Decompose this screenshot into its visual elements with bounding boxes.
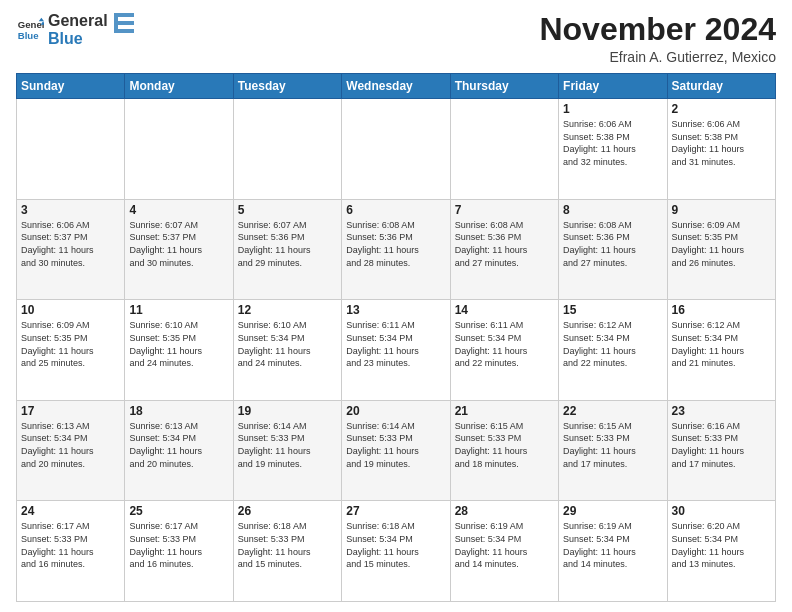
- calendar-cell: 7Sunrise: 6:08 AM Sunset: 5:36 PM Daylig…: [450, 199, 558, 300]
- calendar-cell: 6Sunrise: 6:08 AM Sunset: 5:36 PM Daylig…: [342, 199, 450, 300]
- calendar-cell: 11Sunrise: 6:10 AM Sunset: 5:35 PM Dayli…: [125, 300, 233, 401]
- col-monday: Monday: [125, 74, 233, 99]
- day-info: Sunrise: 6:09 AM Sunset: 5:35 PM Dayligh…: [21, 319, 120, 369]
- day-number: 25: [129, 504, 228, 518]
- subtitle: Efrain A. Gutierrez, Mexico: [539, 49, 776, 65]
- logo: General Blue General Blue: [16, 12, 134, 47]
- day-number: 29: [563, 504, 662, 518]
- day-info: Sunrise: 6:11 AM Sunset: 5:34 PM Dayligh…: [455, 319, 554, 369]
- day-number: 23: [672, 404, 771, 418]
- calendar-cell: 5Sunrise: 6:07 AM Sunset: 5:36 PM Daylig…: [233, 199, 341, 300]
- calendar-cell: 2Sunrise: 6:06 AM Sunset: 5:38 PM Daylig…: [667, 99, 775, 200]
- calendar-cell: 9Sunrise: 6:09 AM Sunset: 5:35 PM Daylig…: [667, 199, 775, 300]
- day-number: 15: [563, 303, 662, 317]
- logo-general: General: [48, 12, 108, 30]
- day-number: 8: [563, 203, 662, 217]
- calendar-cell: [233, 99, 341, 200]
- day-info: Sunrise: 6:20 AM Sunset: 5:34 PM Dayligh…: [672, 520, 771, 570]
- day-info: Sunrise: 6:16 AM Sunset: 5:33 PM Dayligh…: [672, 420, 771, 470]
- col-saturday: Saturday: [667, 74, 775, 99]
- day-number: 11: [129, 303, 228, 317]
- day-info: Sunrise: 6:10 AM Sunset: 5:35 PM Dayligh…: [129, 319, 228, 369]
- calendar: Sunday Monday Tuesday Wednesday Thursday…: [16, 73, 776, 602]
- day-number: 6: [346, 203, 445, 217]
- svg-text:Blue: Blue: [18, 29, 39, 40]
- logo-icon: General Blue: [16, 16, 44, 44]
- calendar-cell: 28Sunrise: 6:19 AM Sunset: 5:34 PM Dayli…: [450, 501, 558, 602]
- calendar-cell: 22Sunrise: 6:15 AM Sunset: 5:33 PM Dayli…: [559, 400, 667, 501]
- day-number: 10: [21, 303, 120, 317]
- calendar-cell: 1Sunrise: 6:06 AM Sunset: 5:38 PM Daylig…: [559, 99, 667, 200]
- day-info: Sunrise: 6:19 AM Sunset: 5:34 PM Dayligh…: [455, 520, 554, 570]
- day-number: 22: [563, 404, 662, 418]
- day-info: Sunrise: 6:18 AM Sunset: 5:34 PM Dayligh…: [346, 520, 445, 570]
- calendar-cell: [342, 99, 450, 200]
- calendar-cell: 27Sunrise: 6:18 AM Sunset: 5:34 PM Dayli…: [342, 501, 450, 602]
- col-tuesday: Tuesday: [233, 74, 341, 99]
- day-info: Sunrise: 6:06 AM Sunset: 5:37 PM Dayligh…: [21, 219, 120, 269]
- day-number: 19: [238, 404, 337, 418]
- header: General Blue General Blue November 2024 …: [16, 12, 776, 65]
- day-number: 13: [346, 303, 445, 317]
- calendar-cell: 20Sunrise: 6:14 AM Sunset: 5:33 PM Dayli…: [342, 400, 450, 501]
- day-info: Sunrise: 6:12 AM Sunset: 5:34 PM Dayligh…: [672, 319, 771, 369]
- day-number: 17: [21, 404, 120, 418]
- day-number: 9: [672, 203, 771, 217]
- calendar-cell: 15Sunrise: 6:12 AM Sunset: 5:34 PM Dayli…: [559, 300, 667, 401]
- calendar-cell: 29Sunrise: 6:19 AM Sunset: 5:34 PM Dayli…: [559, 501, 667, 602]
- day-number: 12: [238, 303, 337, 317]
- calendar-cell: 17Sunrise: 6:13 AM Sunset: 5:34 PM Dayli…: [17, 400, 125, 501]
- calendar-cell: 8Sunrise: 6:08 AM Sunset: 5:36 PM Daylig…: [559, 199, 667, 300]
- day-number: 18: [129, 404, 228, 418]
- day-number: 16: [672, 303, 771, 317]
- day-info: Sunrise: 6:07 AM Sunset: 5:36 PM Dayligh…: [238, 219, 337, 269]
- day-info: Sunrise: 6:13 AM Sunset: 5:34 PM Dayligh…: [129, 420, 228, 470]
- page: General Blue General Blue November 2024 …: [0, 0, 792, 612]
- day-number: 2: [672, 102, 771, 116]
- calendar-week-2: 3Sunrise: 6:06 AM Sunset: 5:37 PM Daylig…: [17, 199, 776, 300]
- day-info: Sunrise: 6:11 AM Sunset: 5:34 PM Dayligh…: [346, 319, 445, 369]
- calendar-cell: 12Sunrise: 6:10 AM Sunset: 5:34 PM Dayli…: [233, 300, 341, 401]
- day-info: Sunrise: 6:19 AM Sunset: 5:34 PM Dayligh…: [563, 520, 662, 570]
- day-number: 7: [455, 203, 554, 217]
- calendar-header-row: Sunday Monday Tuesday Wednesday Thursday…: [17, 74, 776, 99]
- svg-marker-4: [114, 13, 134, 33]
- calendar-cell: 21Sunrise: 6:15 AM Sunset: 5:33 PM Dayli…: [450, 400, 558, 501]
- day-info: Sunrise: 6:08 AM Sunset: 5:36 PM Dayligh…: [563, 219, 662, 269]
- calendar-cell: 26Sunrise: 6:18 AM Sunset: 5:33 PM Dayli…: [233, 501, 341, 602]
- day-number: 24: [21, 504, 120, 518]
- day-number: 5: [238, 203, 337, 217]
- day-number: 1: [563, 102, 662, 116]
- calendar-cell: [17, 99, 125, 200]
- day-info: Sunrise: 6:08 AM Sunset: 5:36 PM Dayligh…: [455, 219, 554, 269]
- day-info: Sunrise: 6:06 AM Sunset: 5:38 PM Dayligh…: [672, 118, 771, 168]
- day-number: 14: [455, 303, 554, 317]
- logo-chevron-icon: [114, 13, 134, 43]
- calendar-week-4: 17Sunrise: 6:13 AM Sunset: 5:34 PM Dayli…: [17, 400, 776, 501]
- day-number: 21: [455, 404, 554, 418]
- calendar-cell: 23Sunrise: 6:16 AM Sunset: 5:33 PM Dayli…: [667, 400, 775, 501]
- calendar-cell: 18Sunrise: 6:13 AM Sunset: 5:34 PM Dayli…: [125, 400, 233, 501]
- title-block: November 2024 Efrain A. Gutierrez, Mexic…: [539, 12, 776, 65]
- calendar-cell: 30Sunrise: 6:20 AM Sunset: 5:34 PM Dayli…: [667, 501, 775, 602]
- day-info: Sunrise: 6:09 AM Sunset: 5:35 PM Dayligh…: [672, 219, 771, 269]
- day-info: Sunrise: 6:15 AM Sunset: 5:33 PM Dayligh…: [455, 420, 554, 470]
- calendar-cell: 3Sunrise: 6:06 AM Sunset: 5:37 PM Daylig…: [17, 199, 125, 300]
- day-info: Sunrise: 6:13 AM Sunset: 5:34 PM Dayligh…: [21, 420, 120, 470]
- calendar-cell: 4Sunrise: 6:07 AM Sunset: 5:37 PM Daylig…: [125, 199, 233, 300]
- calendar-cell: 25Sunrise: 6:17 AM Sunset: 5:33 PM Dayli…: [125, 501, 233, 602]
- calendar-cell: 14Sunrise: 6:11 AM Sunset: 5:34 PM Dayli…: [450, 300, 558, 401]
- day-info: Sunrise: 6:06 AM Sunset: 5:38 PM Dayligh…: [563, 118, 662, 168]
- calendar-cell: [450, 99, 558, 200]
- col-sunday: Sunday: [17, 74, 125, 99]
- calendar-cell: 19Sunrise: 6:14 AM Sunset: 5:33 PM Dayli…: [233, 400, 341, 501]
- day-info: Sunrise: 6:10 AM Sunset: 5:34 PM Dayligh…: [238, 319, 337, 369]
- day-info: Sunrise: 6:12 AM Sunset: 5:34 PM Dayligh…: [563, 319, 662, 369]
- day-number: 26: [238, 504, 337, 518]
- day-number: 27: [346, 504, 445, 518]
- day-info: Sunrise: 6:17 AM Sunset: 5:33 PM Dayligh…: [21, 520, 120, 570]
- calendar-cell: 24Sunrise: 6:17 AM Sunset: 5:33 PM Dayli…: [17, 501, 125, 602]
- logo-blue: Blue: [48, 30, 108, 48]
- calendar-cell: 10Sunrise: 6:09 AM Sunset: 5:35 PM Dayli…: [17, 300, 125, 401]
- calendar-cell: 16Sunrise: 6:12 AM Sunset: 5:34 PM Dayli…: [667, 300, 775, 401]
